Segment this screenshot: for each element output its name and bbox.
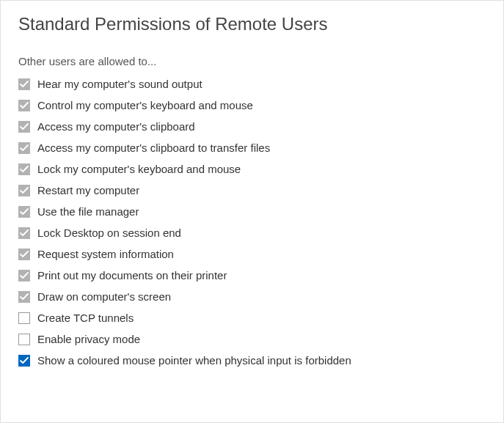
permission-row: Create TCP tunnels: [18, 312, 486, 324]
extra-option-row: Show a coloured mouse pointer when physi…: [18, 354, 486, 367]
section-label: Other users are allowed to...: [18, 55, 486, 67]
permission-row: Hear my computer's sound output: [18, 78, 486, 90]
check-icon: [20, 229, 29, 237]
permissions-panel: Standard Permissions of Remote Users Oth…: [0, 0, 504, 423]
permission-checkbox[interactable]: [18, 121, 30, 133]
permission-label: Use the file manager: [37, 205, 139, 218]
permission-row: Restart my computer: [18, 184, 486, 196]
permission-checkbox[interactable]: [18, 100, 30, 111]
check-icon: [20, 187, 29, 194]
spacer: [18, 345, 486, 354]
check-icon: [20, 272, 29, 279]
check-icon: [20, 81, 29, 88]
show-pointer-label: Show a coloured mouse pointer when physi…: [37, 354, 351, 367]
permission-row: Draw on computer's screen: [18, 290, 486, 303]
permission-label: Access my computer's clipboard: [37, 120, 195, 133]
permission-row: Print out my documents on their printer: [18, 269, 486, 282]
check-icon: [20, 208, 29, 216]
permission-row: Use the file manager: [18, 205, 486, 218]
check-icon: [20, 251, 29, 258]
permission-checkbox[interactable]: [18, 206, 30, 218]
permission-label: Enable privacy mode: [37, 333, 140, 345]
check-icon: [20, 144, 29, 152]
permission-checkbox[interactable]: [18, 334, 30, 345]
check-icon: [20, 102, 29, 109]
permission-checkbox[interactable]: [18, 291, 30, 303]
permission-checkbox[interactable]: [18, 227, 30, 239]
permission-checkbox[interactable]: [18, 78, 30, 90]
permission-checkbox[interactable]: [18, 249, 30, 260]
permission-label: Print out my documents on their printer: [37, 269, 227, 282]
permission-checkbox[interactable]: [18, 142, 30, 154]
check-icon: [20, 357, 29, 364]
permission-row: Access my computer's clipboard: [18, 120, 486, 133]
permissions-list: Hear my computer's sound outputControl m…: [18, 78, 486, 345]
permission-row: Control my computer's keyboard and mouse: [18, 99, 486, 111]
permission-row: Lock my computer's keyboard and mouse: [18, 163, 486, 175]
check-icon: [20, 293, 29, 301]
show-pointer-checkbox[interactable]: [18, 355, 30, 367]
permission-label: Hear my computer's sound output: [37, 78, 202, 90]
permission-label: Draw on computer's screen: [37, 290, 171, 303]
check-icon: [20, 123, 29, 130]
permission-row: Request system information: [18, 248, 486, 260]
permission-checkbox[interactable]: [18, 185, 30, 196]
permission-checkbox[interactable]: [18, 270, 30, 282]
permission-row: Access my computer's clipboard to transf…: [18, 141, 486, 154]
permission-label: Restart my computer: [37, 184, 139, 196]
permission-row: Enable privacy mode: [18, 333, 486, 345]
permission-row: Lock Desktop on session end: [18, 227, 486, 239]
permission-label: Access my computer's clipboard to transf…: [37, 141, 270, 154]
permission-label: Control my computer's keyboard and mouse: [37, 99, 253, 111]
permission-checkbox[interactable]: [18, 312, 30, 324]
permission-checkbox[interactable]: [18, 163, 30, 175]
permission-label: Lock my computer's keyboard and mouse: [37, 163, 241, 175]
panel-title: Standard Permissions of Remote Users: [18, 14, 486, 34]
permission-label: Request system information: [37, 248, 174, 260]
check-icon: [20, 166, 29, 173]
permission-label: Lock Desktop on session end: [37, 227, 181, 239]
permission-label: Create TCP tunnels: [37, 312, 134, 324]
